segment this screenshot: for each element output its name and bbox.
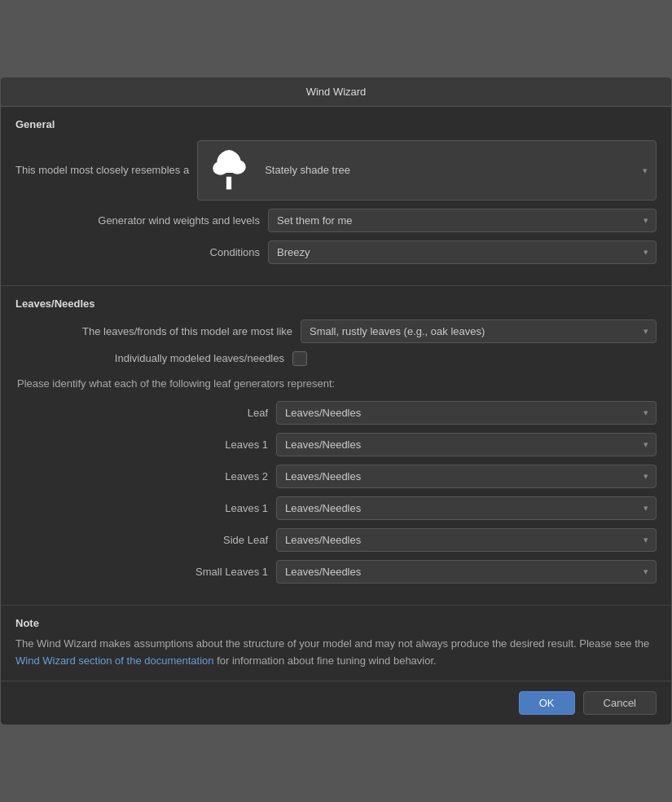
- model-type-value: Stately shade tree: [265, 164, 350, 176]
- generator-label-1: Leaves 1: [15, 438, 268, 451]
- generator-weights-select-wrapper: Set them for me ▾: [268, 209, 657, 232]
- leaf-type-row: The leaves/fronds of this model are most…: [15, 319, 657, 343]
- wind-wizard-dialog: Wind Wizard General This model most clos…: [0, 77, 672, 726]
- generator-label-0: Leaf: [15, 407, 268, 419]
- general-section-title: General: [15, 118, 657, 130]
- generator-row: Leaves 1Leaves/Needles▾: [15, 496, 657, 520]
- generator-select-wrapper-5: Leaves/Needles▾: [276, 560, 657, 584]
- generator-weights-label: Generator wind weights and levels: [15, 214, 260, 227]
- individually-modeled-checkbox[interactable]: [292, 351, 307, 366]
- dialog-footer: OK Cancel: [1, 681, 671, 725]
- note-link[interactable]: Wind Wizard section of the documentation: [15, 654, 214, 667]
- conditions-select-wrapper: Breezy ▾: [268, 240, 657, 264]
- conditions-row: Conditions Breezy ▾: [15, 240, 657, 264]
- note-text-part2: for information about fine tuning wind b…: [214, 654, 437, 667]
- leaves-section: Leaves/Needles The leaves/fronds of this…: [1, 286, 671, 606]
- generator-rows-container: LeafLeaves/Needles▾Leaves 1Leaves/Needle…: [15, 401, 657, 584]
- dialog-titlebar: Wind Wizard: [1, 77, 671, 107]
- ok-button[interactable]: OK: [519, 691, 575, 715]
- dialog-title: Wind Wizard: [306, 86, 367, 98]
- cancel-button[interactable]: Cancel: [583, 691, 657, 715]
- tree-svg: [208, 149, 250, 192]
- note-section: Note The Wind Wizard makes assumptions a…: [1, 606, 671, 682]
- note-text: The Wind Wizard makes assumptions about …: [15, 636, 657, 670]
- model-type-select[interactable]: Stately shade tree ▾: [197, 140, 657, 200]
- svg-point-6: [227, 156, 241, 169]
- generator-select-5[interactable]: Leaves/Needles: [276, 560, 657, 584]
- leaves-section-title: Leaves/Needles: [15, 297, 657, 310]
- generator-select-2[interactable]: Leaves/Needles: [276, 465, 657, 488]
- generator-select-wrapper-0: Leaves/Needles▾: [276, 401, 657, 425]
- model-type-label: This model most closely resembles a: [15, 164, 189, 176]
- generator-desc: Please identify what each of the followi…: [15, 377, 657, 390]
- generator-label-2: Leaves 2: [15, 470, 268, 483]
- leaf-type-label: The leaves/fronds of this model are most…: [15, 325, 292, 337]
- generator-label-4: Side Leaf: [15, 534, 268, 546]
- svg-rect-0: [226, 177, 231, 190]
- individually-modeled-label: Individually modeled leaves/needles: [15, 352, 292, 364]
- note-title: Note: [15, 617, 657, 629]
- generator-select-wrapper-4: Leaves/Needles▾: [276, 528, 657, 552]
- generator-select-4[interactable]: Leaves/Needles: [276, 528, 657, 552]
- generator-select-wrapper-3: Leaves/Needles▾: [276, 496, 657, 520]
- generator-row: LeafLeaves/Needles▾: [15, 401, 657, 425]
- conditions-select[interactable]: Breezy: [268, 240, 657, 264]
- generator-row: Side LeafLeaves/Needles▾: [15, 528, 657, 552]
- note-text-part1: The Wind Wizard makes assumptions about …: [15, 637, 649, 650]
- generator-select-wrapper-1: Leaves/Needles▾: [276, 433, 657, 456]
- generator-weights-select[interactable]: Set them for me: [268, 209, 657, 232]
- model-type-row: This model most closely resembles a: [15, 140, 657, 200]
- generator-label-3: Leaves 1: [15, 502, 268, 514]
- general-section: General This model most closely resemble…: [1, 107, 671, 286]
- individually-modeled-row: Individually modeled leaves/needles: [15, 351, 657, 366]
- tree-icon: [204, 146, 253, 195]
- generator-row: Small Leaves 1Leaves/Needles▾: [15, 560, 657, 584]
- generator-select-3[interactable]: Leaves/Needles: [276, 496, 657, 520]
- leaf-type-select-wrapper: Small, rustly leaves (e.g., oak leaves) …: [301, 319, 657, 343]
- model-type-select-wrapper: Stately shade tree ▾: [197, 140, 657, 200]
- generator-select-wrapper-2: Leaves/Needles▾: [276, 465, 657, 488]
- generator-weights-row: Generator wind weights and levels Set th…: [15, 209, 657, 232]
- generator-row: Leaves 2Leaves/Needles▾: [15, 465, 657, 488]
- generator-select-0[interactable]: Leaves/Needles: [276, 401, 657, 425]
- generator-select-1[interactable]: Leaves/Needles: [276, 433, 657, 456]
- generator-label-5: Small Leaves 1: [15, 566, 268, 578]
- generator-row: Leaves 1Leaves/Needles▾: [15, 433, 657, 456]
- conditions-label: Conditions: [15, 246, 260, 258]
- model-type-chevron-icon: ▾: [643, 165, 648, 175]
- leaf-type-select[interactable]: Small, rustly leaves (e.g., oak leaves): [301, 319, 657, 343]
